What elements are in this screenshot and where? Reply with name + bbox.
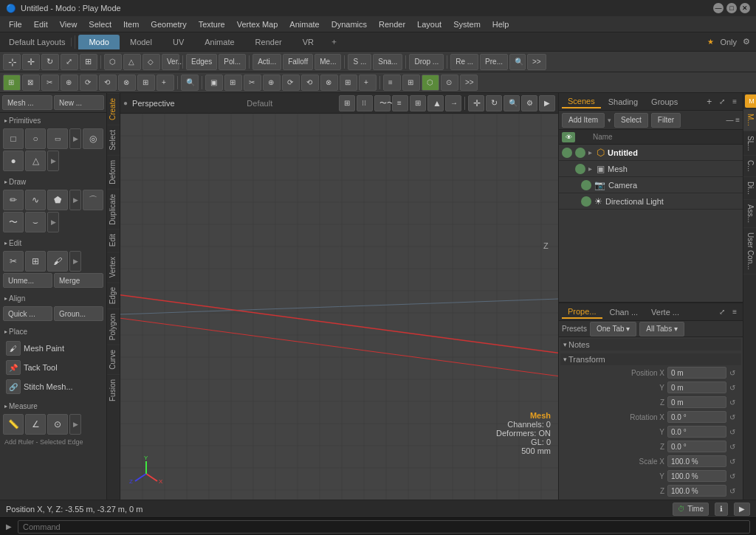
draw-expand[interactable]: ▶ bbox=[69, 190, 81, 210]
tab-scenes[interactable]: Scenes bbox=[562, 95, 601, 108]
close-button[interactable]: ✕ bbox=[740, 3, 750, 13]
menu-animate[interactable]: Animate bbox=[284, 18, 325, 30]
rstrip-m[interactable]: M... bbox=[743, 109, 756, 131]
rot-x-input[interactable] bbox=[667, 411, 726, 423]
draw-polygon[interactable]: ⬟ bbox=[47, 190, 68, 210]
menu-render[interactable]: Render bbox=[373, 18, 411, 30]
menu-dynamics[interactable]: Dynamics bbox=[326, 18, 373, 30]
tool-s[interactable]: S ... bbox=[348, 54, 371, 70]
tool-me[interactable]: Me... bbox=[315, 54, 341, 70]
tool-more[interactable]: >> bbox=[527, 54, 546, 70]
pos-z-reset[interactable]: ↺ bbox=[729, 398, 738, 407]
menu-edit[interactable]: Edit bbox=[28, 18, 54, 30]
draw-2[interactable]: ⌒ bbox=[83, 190, 103, 210]
eye-untitled2[interactable] bbox=[575, 148, 585, 158]
mesh-btn[interactable]: Mesh ... bbox=[2, 95, 52, 110]
tool-edges[interactable]: Edges bbox=[186, 54, 217, 70]
command-input[interactable] bbox=[18, 520, 750, 534]
tool2-19[interactable]: + bbox=[359, 75, 377, 91]
scenes-expand-btn[interactable]: ⤢ bbox=[716, 97, 728, 106]
tab-shading[interactable]: Shading bbox=[602, 96, 644, 108]
scale-y-reset[interactable]: ↺ bbox=[729, 472, 738, 480]
orange-icon[interactable]: M bbox=[745, 94, 756, 108]
tool2-14[interactable]: ⊕ bbox=[263, 75, 281, 91]
mesh-paint-item[interactable]: 🖌 Mesh Paint bbox=[3, 339, 103, 357]
tool2-5[interactable]: ⟳ bbox=[80, 75, 97, 91]
tool2-15[interactable]: ⟳ bbox=[282, 75, 300, 91]
maximize-button[interactable]: □ bbox=[726, 3, 737, 13]
edit-paint[interactable]: 🖌 bbox=[47, 251, 68, 272]
tab-render[interactable]: Render bbox=[245, 35, 292, 49]
tool-falloff[interactable]: Acti... bbox=[252, 54, 281, 70]
rstrip-user[interactable]: User Con... bbox=[743, 228, 756, 275]
edit-cut[interactable]: ✂ bbox=[3, 251, 24, 272]
scale-z-input[interactable] bbox=[667, 485, 726, 497]
tool2-16[interactable]: ⟲ bbox=[301, 75, 319, 91]
tool2-7[interactable]: ⊗ bbox=[118, 75, 136, 91]
strip-create[interactable]: Create bbox=[107, 93, 120, 125]
draw-pen[interactable]: ✏ bbox=[3, 190, 24, 210]
tool2-10[interactable]: 🔍 bbox=[181, 75, 199, 91]
strip-curve[interactable]: Curve bbox=[107, 345, 120, 374]
add-tab-button[interactable]: ＋ bbox=[324, 33, 344, 50]
presets-label[interactable]: Presets bbox=[562, 325, 587, 333]
rstrip-ass[interactable]: Ass... bbox=[743, 200, 756, 228]
menu-layout[interactable]: Layout bbox=[411, 18, 447, 30]
scenes-add-btn[interactable]: + bbox=[704, 97, 715, 107]
quick-btn[interactable]: Quick ... bbox=[3, 306, 52, 321]
vp-wave-btn[interactable]: 〜〜 bbox=[374, 95, 391, 111]
tab-animate[interactable]: Animate bbox=[194, 35, 244, 49]
vp-arrow-btn[interactable]: → bbox=[445, 95, 461, 111]
prim-sphere[interactable]: ○ bbox=[25, 128, 46, 149]
info-btn[interactable]: ℹ bbox=[715, 503, 728, 516]
add-item-btn[interactable]: Add Item bbox=[562, 113, 605, 128]
tool2-21[interactable]: ⊞ bbox=[402, 75, 420, 91]
pos-z-input[interactable] bbox=[667, 396, 726, 408]
rot-y-input[interactable] bbox=[667, 426, 726, 438]
unme-btn[interactable]: Unme... bbox=[3, 273, 52, 288]
props-expand[interactable]: ⤢ bbox=[716, 308, 728, 316]
minimize-button[interactable]: — bbox=[713, 3, 724, 13]
tool-rotate[interactable]: ↻ bbox=[41, 54, 59, 70]
tool2-2[interactable]: ⊠ bbox=[22, 75, 40, 91]
vp-zoom-btn[interactable]: 🔍 bbox=[504, 95, 520, 111]
groun-btn[interactable]: Groun... bbox=[54, 306, 103, 321]
tab-groups[interactable]: Groups bbox=[645, 96, 684, 108]
scene-item-untitled[interactable]: ▸ ⬡ Untitled bbox=[559, 145, 743, 161]
scale-y-input[interactable] bbox=[667, 470, 726, 482]
stitch-item[interactable]: 🔗 Stitch Mesh... bbox=[3, 378, 103, 396]
tool2-8[interactable]: ⊞ bbox=[137, 75, 155, 91]
merge-btn[interactable]: Merge bbox=[54, 273, 103, 288]
select-btn[interactable]: Select bbox=[614, 113, 648, 128]
vp-grid-btn[interactable]: ⊞ bbox=[339, 95, 355, 111]
strip-select[interactable]: Select bbox=[107, 125, 120, 155]
tab-verte[interactable]: Verte ... bbox=[645, 306, 685, 318]
tool-transform[interactable]: ⊞ bbox=[80, 54, 97, 70]
draw-3[interactable]: 〜 bbox=[3, 212, 24, 232]
edit-title[interactable]: Edit bbox=[1, 237, 105, 249]
tab-chan[interactable]: Chan ... bbox=[604, 306, 645, 318]
vp-render-mode[interactable]: Default bbox=[182, 99, 337, 108]
filter-btn[interactable]: Filter bbox=[651, 113, 681, 128]
menu-select[interactable]: Select bbox=[83, 18, 117, 30]
vp-dot[interactable]: ● bbox=[123, 99, 128, 107]
scenes-menu-btn[interactable]: ≡ bbox=[729, 97, 740, 106]
strip-vertex[interactable]: Vertex bbox=[107, 252, 120, 282]
draw-expand2[interactable]: ▶ bbox=[47, 212, 59, 232]
tool2-11[interactable]: ▣ bbox=[205, 75, 223, 91]
menu-geometry[interactable]: Geometry bbox=[145, 18, 192, 30]
strip-edge[interactable]: Edge bbox=[107, 282, 120, 308]
transform-title[interactable]: Transform bbox=[560, 353, 741, 365]
forward-btn[interactable]: ▶ bbox=[734, 503, 750, 516]
menu-vertex-map[interactable]: Vertex Map bbox=[231, 18, 284, 30]
dropdown-icon[interactable]: ▾ bbox=[608, 117, 611, 124]
menu-texture[interactable]: Texture bbox=[193, 18, 231, 30]
tool-6[interactable]: △ bbox=[123, 54, 141, 70]
tab-vr[interactable]: VR bbox=[292, 35, 324, 49]
prim-expand2[interactable]: ▶ bbox=[47, 151, 59, 171]
tool-move[interactable]: ✛ bbox=[22, 54, 40, 70]
vp-rot-btn[interactable]: ↻ bbox=[486, 95, 502, 111]
viewport[interactable]: Mesh Channels: 0 Deformers: ON GL: 0 500… bbox=[120, 114, 558, 500]
rot-z-reset[interactable]: ↺ bbox=[729, 443, 738, 451]
settings-icon[interactable]: ⚙ bbox=[740, 37, 753, 46]
